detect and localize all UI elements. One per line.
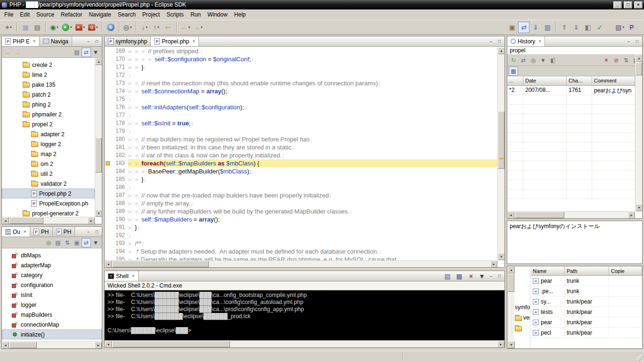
repo-row-tests[interactable]: »teststrunk/pear [531,307,642,317]
repo-tree-item-item[interactable] [514,323,530,333]
tree-item-om-2[interactable]: om 2 [2,159,95,169]
menu-source[interactable]: Source [33,10,58,19]
code-text[interactable]: ↓ [128,183,497,191]
horizontal-scrollbar[interactable]: ◄► [2,341,102,348]
maximize-button[interactable]: □ [624,1,632,8]
revert-button[interactable]: ⊘ [611,56,621,65]
tab-naviga[interactable]: Naviga [40,36,72,46]
back-button[interactable]: ←▾ [180,22,192,33]
link-with-editor-button[interactable]: ⇄ [82,48,91,57]
menu-run[interactable]: Run [187,10,204,19]
scroll-right-icon[interactable]: ► [497,341,504,348]
collapse-all-button[interactable]: ▤ [53,238,63,247]
tab-php-e[interactable]: PPHP E× [2,36,40,46]
focus-button[interactable]: ◎ [44,238,53,247]
code-text[interactable]: »»// now that the pre-loaded map builder… [128,191,497,199]
minimize-view-button[interactable]: − [625,38,633,45]
horizontal-scrollbar[interactable]: ◄► [105,260,497,267]
scroll-right-icon[interactable]: ► [490,261,497,268]
scroll-left-icon[interactable]: ◄ [105,261,112,268]
code-text[interactable]: »»self::$mapBuilders = array();↓ [128,215,497,223]
commit-button[interactable]: ⇑ [559,22,570,33]
php-perspective-button[interactable]: P [626,22,637,33]
code-text[interactable]: »»foreach(self::$mapBuilders as $mbClass… [128,159,497,167]
history-column-header[interactable]: Date [523,76,567,85]
menu-window[interactable]: Window [204,10,231,19]
menu-project[interactable]: Project [139,10,163,19]
outline-item-adaptermap[interactable]: adapterMap [2,260,102,270]
code-text[interactable]: ↓ [128,71,497,79]
outline-item-category[interactable]: category [2,270,102,280]
scroll-right-icon[interactable]: ► [88,217,95,224]
tree-item-propel-2[interactable]: propel 2 [2,119,95,129]
scroll-left-icon[interactable]: ◄ [2,342,9,349]
hide-fields-button[interactable]: ▣ [72,238,82,247]
code-text[interactable]: »»»// prefixes stripped.↓ [128,47,497,55]
code-editor[interactable]: 169»»»// prefixes stripped.↓170»»»»self:… [105,47,497,260]
tree-item-map-2[interactable]: map 2 [2,149,95,159]
tree-item-lime-2[interactable]: lime 2 [2,70,95,80]
maximize-view-button[interactable]: □ [93,228,101,235]
menu-scripts[interactable]: Scripts [163,10,187,19]
scroll-left-icon[interactable]: ◄ [2,217,9,224]
minimize-view-button[interactable]: − [84,38,92,45]
horizontal-scrollbar[interactable]: ◄► [105,340,504,347]
close-icon[interactable]: × [24,229,26,234]
scrollbar-thumb[interactable] [508,274,514,292]
link-with-editor-button[interactable]: ⇄ [519,56,528,65]
tree-item-creole-2[interactable]: creole 2 [2,60,95,70]
scroll-up-icon[interactable]: ▲ [636,55,643,62]
menu-refactor[interactable]: Refactor [58,10,85,19]
checkout-button[interactable]: ⇓ [530,22,541,33]
pin-button[interactable]: ◎ [528,56,538,65]
code-text[interactable]: »»self::$isInit = true;↓ [128,119,497,127]
scrollbar-thumb[interactable] [9,342,37,348]
scroll-up-icon[interactable]: ▲ [95,58,102,65]
scrollbar-thumb[interactable] [498,111,504,169]
refresh-button[interactable]: ↻ [509,56,518,65]
search-button[interactable]: ◎▾ [122,22,133,33]
code-text[interactable]: »»// empty the array.↓ [128,199,497,207]
code-text[interactable]: »»}↓ [128,175,497,183]
maximize-view-button[interactable]: □ [495,38,504,45]
menu-file[interactable]: File [1,10,17,19]
open-perspective-button[interactable]: ▧▾ [614,22,626,33]
scroll-left-icon[interactable]: ◄ [507,212,514,219]
clear-console-button[interactable]: ▩ [454,271,465,282]
close-icon[interactable]: × [33,39,36,44]
save-button[interactable]: ▦ [20,22,31,33]
history-column-header[interactable]: ... [507,76,523,85]
code-text[interactable]: ↓ [128,231,497,239]
code-text[interactable]: »»self::initAdapters(self::$configuratio… [128,103,497,111]
minimize-view-button[interactable]: − [84,228,92,235]
menu-navigate[interactable]: Navigate [85,10,114,19]
horizontal-scrollbar[interactable]: ◄► [2,217,95,224]
back-button[interactable]: ← [3,48,13,57]
update-button[interactable]: ⇓ [570,22,582,33]
scroll-up-icon[interactable]: ▲ [498,47,505,54]
repo-column-header[interactable]: Name [531,266,565,275]
scrollbar-thumb[interactable] [112,261,209,267]
tab-ph[interactable]: PPH [53,227,75,237]
tab-shell[interactable]: ›Shell× [105,271,139,281]
history-column-header[interactable]: Cha... [567,76,592,85]
tab-history[interactable]: History× [507,36,545,46]
horizontal-scrollbar[interactable]: ◄► [507,211,635,218]
console-output[interactable]: >> file- C:\Users\██████\eclipse\███\ca.… [105,290,504,340]
scroll-down-icon[interactable]: ▼ [95,210,102,217]
outline-item-mapbuilders[interactable]: mapBuilders [2,310,102,320]
vertical-scrollbar[interactable]: ▲▼ [635,55,642,211]
repo-column-header[interactable]: Copie [609,266,642,275]
repo-row-pear[interactable]: »peartrunk/pear [531,317,642,328]
tree-item-phpmailer-2[interactable]: phpmailer 2 [2,109,95,119]
tab-symfony-php[interactable]: Psymfony.php [105,36,151,46]
synchronize-button[interactable]: ⇄ [518,22,529,33]
tree-item-patch-2[interactable]: patch 2 [2,90,95,99]
prev-annotation-button[interactable]: ↑▾ [151,22,162,33]
scroll-right-icon[interactable]: ► [628,212,635,219]
web-browser-button[interactable]: ⊕ [105,22,116,33]
tree-item-propel-php-2[interactable]: PPropel.php 2 [2,189,95,198]
maximize-view-button[interactable]: □ [633,38,641,45]
view-menu-button[interactable]: ▼ [91,48,100,57]
outline-item-configuration[interactable]: configuration [2,280,102,290]
